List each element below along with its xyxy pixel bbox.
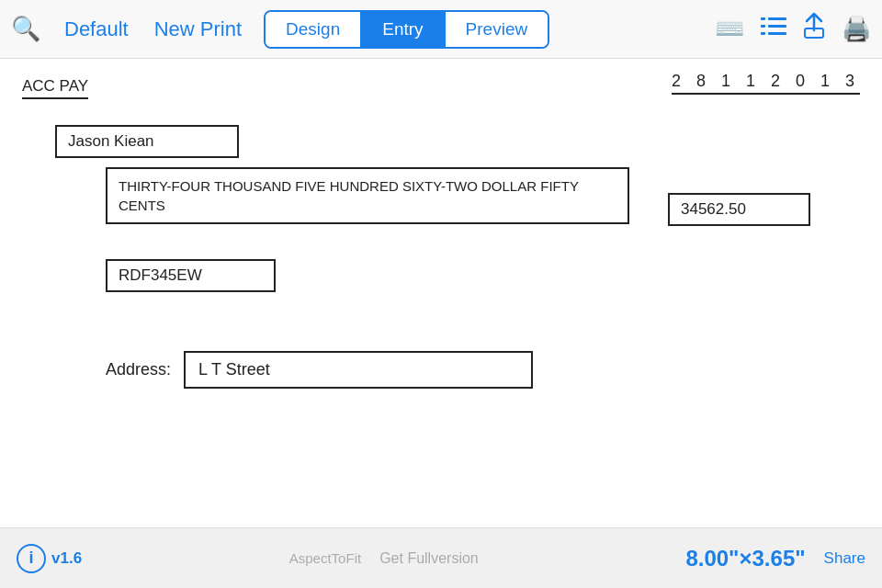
ref-field[interactable]: RDF345EW: [106, 259, 276, 292]
amount-text-field[interactable]: THIRTY-FOUR THOUSAND FIVE HUNDRED SIXTY-…: [106, 167, 629, 224]
share-bottom-label[interactable]: Share: [824, 549, 865, 568]
svg-rect-0: [768, 17, 786, 20]
aspect-fit-label: AspectToFit: [289, 550, 361, 566]
tab-group: Design Entry Preview: [264, 10, 549, 49]
svg-rect-2: [768, 25, 786, 28]
address-value-field[interactable]: L T Street: [184, 351, 533, 389]
print-icon[interactable]: 🖨️: [842, 15, 871, 43]
date-field: 2 8 1 1 2 0 1 3: [672, 72, 860, 95]
address-row: Address: L T Street: [106, 351, 533, 389]
toolbar-nav: Default New Print Design Entry Preview: [51, 10, 549, 49]
svg-rect-4: [768, 32, 786, 35]
tab-entry[interactable]: Entry: [360, 12, 443, 47]
tab-design[interactable]: Design: [266, 12, 360, 47]
search-icon[interactable]: 🔍: [11, 15, 40, 43]
new-print-nav-label[interactable]: New Print: [141, 17, 254, 41]
toolbar: 🔍 Default New Print Design Entry Preview…: [0, 0, 882, 59]
default-nav-label[interactable]: Default: [51, 17, 141, 41]
date-value: 2 8 1 1 2 0 1 3: [672, 72, 860, 95]
main-content: ACC PAY 2 8 1 1 2 0 1 3 Jason Kiean THIR…: [0, 59, 882, 527]
svg-rect-1: [761, 17, 765, 20]
svg-rect-3: [761, 25, 765, 28]
info-icon[interactable]: i: [17, 544, 46, 573]
svg-rect-5: [761, 32, 765, 35]
list-icon[interactable]: [761, 15, 786, 43]
share-toolbar-icon[interactable]: [803, 12, 825, 46]
get-fullversion-label[interactable]: Get Fullversion: [379, 550, 479, 567]
bottom-bar: i v1.6 AspectToFit Get Fullversion 8.00"…: [0, 527, 882, 588]
toolbar-right: ⌨️ 🖨️: [715, 12, 871, 46]
address-label: Address:: [106, 360, 171, 379]
amount-number-field[interactable]: 34562.50: [668, 193, 810, 226]
version-label: v1.6: [51, 549, 82, 568]
keyboard-icon[interactable]: ⌨️: [715, 15, 744, 43]
acc-pay-label: ACC PAY: [22, 77, 88, 99]
tab-preview[interactable]: Preview: [444, 12, 548, 47]
dimensions-label: 8.00"×3.65": [685, 546, 805, 571]
name-field[interactable]: Jason Kiean: [55, 125, 239, 158]
